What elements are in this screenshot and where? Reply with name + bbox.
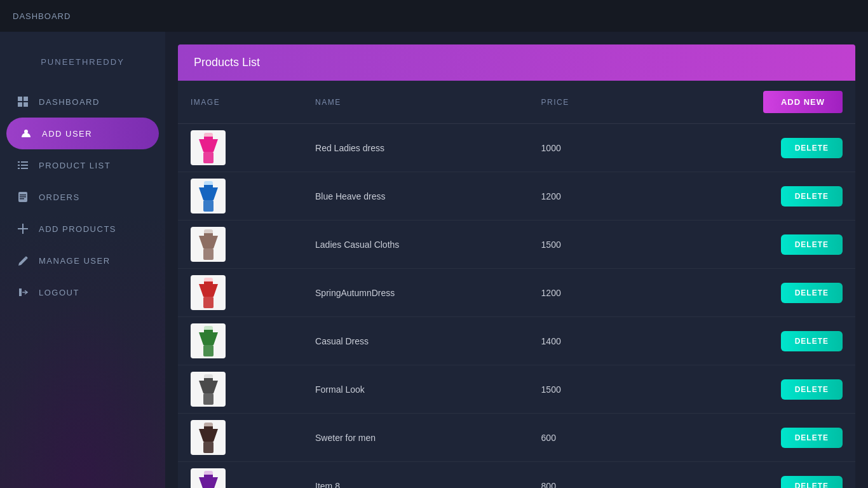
products-list-title: Products List xyxy=(194,56,260,69)
sidebar-item-dashboard[interactable]: DASHBOARD xyxy=(0,86,165,118)
product-image-cell xyxy=(178,414,302,462)
pencil-icon xyxy=(16,254,30,268)
svg-rect-18 xyxy=(203,152,214,163)
products-list-header: Products List xyxy=(178,44,855,81)
svg-rect-1 xyxy=(24,97,28,101)
col-name: NAME xyxy=(302,81,529,124)
product-thumbnail xyxy=(191,130,226,165)
product-name-cell: Casual Dress xyxy=(302,317,529,365)
grid-icon xyxy=(16,95,30,109)
sidebar-item-manage-user[interactable]: MANAGE USER xyxy=(0,245,165,276)
delete-button[interactable]: DELETE xyxy=(781,379,843,400)
product-image-cell xyxy=(178,220,302,269)
list-icon xyxy=(16,158,30,172)
svg-rect-8 xyxy=(21,165,28,166)
svg-rect-22 xyxy=(203,248,214,260)
products-card: Products List IMAGE NAME PRICE ADD NEW xyxy=(178,44,855,488)
delete-button[interactable]: DELETE xyxy=(781,331,843,351)
product-price-cell: 1500 xyxy=(529,365,639,414)
exit-icon xyxy=(16,285,30,299)
product-image-cell xyxy=(178,269,302,317)
product-name-cell: Sweter for men xyxy=(302,414,529,462)
product-name-cell: Blue Heave dress xyxy=(302,172,529,220)
product-image-cell xyxy=(178,317,302,365)
product-action-cell: DELETE xyxy=(639,269,855,317)
table-row: Blue Heave dress 1200 DELETE xyxy=(178,172,855,220)
sidebar-username: PUNEETHREDDY xyxy=(0,44,165,79)
svg-rect-26 xyxy=(203,345,214,356)
product-action-cell: DELETE xyxy=(639,317,855,365)
product-name-cell: Item 8 xyxy=(302,462,529,489)
svg-rect-28 xyxy=(203,393,214,405)
svg-rect-9 xyxy=(18,168,20,169)
sidebar-label-dashboard: DASHBOARD xyxy=(39,97,100,107)
product-image-cell xyxy=(178,365,302,414)
product-thumbnail xyxy=(191,323,226,358)
person-icon xyxy=(19,126,33,140)
sidebar-item-orders[interactable]: ORDERS xyxy=(0,181,165,213)
sidebar-label-orders: ORDERS xyxy=(39,193,80,202)
product-thumbnail xyxy=(191,227,226,262)
product-image-cell xyxy=(178,124,302,172)
product-image-cell xyxy=(178,462,302,489)
product-action-cell: DELETE xyxy=(639,124,855,172)
svg-rect-12 xyxy=(20,194,26,196)
sidebar-label-logout: LOGOUT xyxy=(39,288,79,297)
sidebar-content: PUNEETHREDDY DASHBOARD xyxy=(0,32,165,308)
table-row: Ladies Casual Cloths 1500 DELETE xyxy=(178,220,855,269)
product-action-cell: DELETE xyxy=(639,462,855,489)
col-action: ADD NEW xyxy=(639,81,855,124)
svg-rect-13 xyxy=(20,196,26,198)
delete-button[interactable]: DELETE xyxy=(781,138,843,158)
product-action-cell: DELETE xyxy=(639,220,855,269)
svg-rect-2 xyxy=(18,102,22,107)
svg-rect-14 xyxy=(20,198,24,200)
sidebar-item-logout[interactable]: LOGOUT xyxy=(0,276,165,308)
product-thumbnail xyxy=(191,275,226,310)
svg-rect-16 xyxy=(18,228,28,229)
product-price-cell: 1000 xyxy=(529,124,639,172)
delete-button[interactable]: DELETE xyxy=(781,283,843,303)
document-icon xyxy=(16,190,30,204)
product-price-cell: 1500 xyxy=(529,220,639,269)
table-row: Sweter for men 600 DELETE xyxy=(178,414,855,462)
sidebar: PUNEETHREDDY DASHBOARD xyxy=(0,32,165,488)
plus-icon xyxy=(16,222,30,236)
content-area: Products List IMAGE NAME PRICE ADD NEW xyxy=(165,32,868,488)
svg-rect-5 xyxy=(18,161,20,163)
sidebar-label-manage-user: MANAGE USER xyxy=(39,256,111,266)
svg-rect-10 xyxy=(21,168,28,169)
product-name-cell: SpringAutumnDress xyxy=(302,269,529,317)
svg-rect-3 xyxy=(24,102,28,107)
product-name-cell: Ladies Casual Cloths xyxy=(302,220,529,269)
svg-rect-7 xyxy=(18,165,20,166)
product-image-cell xyxy=(178,172,302,220)
col-image: IMAGE xyxy=(178,81,302,124)
delete-button[interactable]: DELETE xyxy=(781,186,843,207)
sidebar-item-add-products[interactable]: ADD PRODUCTS xyxy=(0,213,165,245)
sidebar-item-add-user[interactable]: ADD USER xyxy=(6,118,159,149)
delete-button[interactable]: DELETE xyxy=(781,428,843,448)
sidebar-item-product-list[interactable]: PRODUCT LIST xyxy=(0,149,165,181)
product-price-cell: 600 xyxy=(529,414,639,462)
product-thumbnail xyxy=(191,372,226,407)
sidebar-label-product-list: PRODUCT LIST xyxy=(39,161,111,170)
product-thumbnail xyxy=(191,468,226,488)
table-header-row: IMAGE NAME PRICE ADD NEW xyxy=(178,81,855,124)
main-layout: PUNEETHREDDY DASHBOARD xyxy=(0,32,868,488)
add-new-button[interactable]: ADD NEW xyxy=(763,91,843,113)
svg-rect-6 xyxy=(21,161,28,163)
delete-button[interactable]: DELETE xyxy=(781,476,843,489)
sidebar-nav: DASHBOARD ADD USER xyxy=(0,86,165,308)
delete-button[interactable]: DELETE xyxy=(781,234,843,255)
product-name-cell: Red Ladies dress xyxy=(302,124,529,172)
svg-rect-20 xyxy=(203,200,214,212)
product-action-cell: DELETE xyxy=(639,365,855,414)
product-thumbnail xyxy=(191,420,226,455)
svg-rect-24 xyxy=(203,297,214,308)
product-action-cell: DELETE xyxy=(639,172,855,220)
col-price: PRICE xyxy=(529,81,639,124)
product-thumbnail xyxy=(191,179,226,214)
svg-rect-0 xyxy=(18,97,22,101)
topbar-title: DASHBOARD xyxy=(13,11,71,21)
